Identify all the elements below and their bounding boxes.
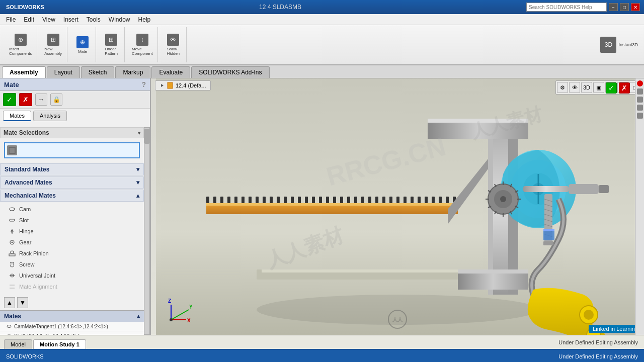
approve-button[interactable]: ✓ [3, 93, 16, 106]
mate-item-slot[interactable]: Slot [0, 215, 144, 226]
tab-assembly[interactable]: Assembly [2, 66, 46, 78]
lock-rotation-button[interactable]: 🔒 [50, 94, 62, 106]
svg-rect-52 [375, 197, 378, 203]
window-title: 12 4 SLDASMB [34, 4, 526, 11]
app-name-status: SOLIDWORKS [6, 353, 44, 359]
scroll-down-button[interactable]: ▼ [17, 297, 28, 308]
selection-icon [7, 145, 17, 155]
menu-view[interactable]: View [38, 15, 59, 24]
selection-input-box[interactable] [4, 142, 140, 158]
mates-list-item-1[interactable]: Slot1 (12.4:1<1>,12.4:10<1>) [0, 331, 144, 335]
toolbar-group-4: ↕ MoveComponent [127, 27, 158, 62]
axes-svg: Y X Z [161, 295, 196, 330]
titlebar: SW SOLIDWORKS 12 4 SLDASMB − □ ✕ [0, 0, 644, 14]
tab-markup[interactable]: Markup [115, 66, 150, 78]
viewport-hide-button[interactable]: 👁 [569, 82, 580, 93]
coordinate-axes: Y X Z [161, 295, 191, 325]
menu-help[interactable]: Help [134, 15, 155, 24]
breadcrumb-text: 12.4 (Defa... [176, 82, 206, 88]
svg-rect-46 [333, 197, 336, 203]
mate-item-screw[interactable]: Screw [0, 259, 144, 270]
advanced-mates-header[interactable]: Advanced Mates ▾ [0, 176, 144, 189]
menu-file[interactable]: File [2, 15, 20, 24]
mechanical-mates-section: Mechanical Mates ▴ Cam Slot [0, 190, 144, 294]
menu-tools[interactable]: Tools [83, 15, 105, 24]
flip-button[interactable]: ↔ [35, 94, 47, 106]
toolbar-insert-components[interactable]: ⊕ InsertComponents [7, 33, 34, 57]
toolbar-move-component[interactable]: ↕ MoveComponent [130, 33, 154, 57]
svg-rect-37 [270, 197, 273, 203]
document-icon [167, 82, 174, 89]
new-assembly-icon: ⊞ [47, 34, 59, 46]
close-button[interactable]: ✕ [631, 3, 640, 11]
svg-rect-27 [206, 203, 458, 206]
linkedin-banner: Linked in Learning [589, 325, 642, 333]
tab-layout[interactable]: Layout [47, 66, 80, 78]
viewport-reject-button[interactable]: ✗ [619, 82, 630, 94]
mate-tabs-area: Mates Analysis [0, 109, 150, 127]
svg-point-118 [170, 318, 173, 321]
search-input[interactable] [526, 3, 607, 12]
svg-rect-44 [319, 197, 322, 203]
svg-rect-49 [354, 197, 357, 203]
right-panel-btn-3[interactable] [637, 97, 643, 103]
viewport: 12.4 (Defa... [151, 78, 644, 335]
viewport-display-button[interactable]: ▣ [593, 82, 604, 93]
mate-item-gear[interactable]: Gear [0, 237, 144, 248]
mates-list-header[interactable]: Mates ▴ [0, 310, 144, 322]
menu-edit[interactable]: Edit [20, 15, 38, 24]
viewport-settings-button[interactable]: ⚙ [557, 82, 568, 93]
mate-item-hinge[interactable]: Hinge [0, 226, 144, 237]
viewport-approve-button[interactable]: ✓ [606, 82, 617, 94]
minimize-button[interactable]: − [609, 3, 618, 11]
panel-help-button[interactable]: ? [141, 80, 146, 88]
svg-rect-79 [523, 186, 569, 192]
toolbar-show-hide[interactable]: 👁 ShowHidden [163, 33, 183, 57]
svg-rect-29 [213, 197, 216, 203]
mate-item-rack-pinion[interactable]: Rack Pinion [0, 248, 144, 259]
face-select-icon [8, 146, 16, 154]
bottom-tabs: Model Motion Study 1 [0, 335, 90, 349]
svg-point-83 [584, 310, 594, 320]
svg-line-112 [171, 310, 189, 320]
svg-rect-9 [9, 254, 15, 256]
tab-addins[interactable]: SOLIDWORKS Add-Ins [191, 66, 269, 78]
tab-sketch[interactable]: Sketch [81, 66, 115, 78]
mechanical-mates-header[interactable]: Mechanical Mates ▴ [0, 190, 144, 202]
right-panel-btn-2[interactable] [637, 88, 643, 95]
scroll-up-button[interactable]: ▲ [4, 297, 15, 308]
restore-button[interactable]: □ [620, 3, 629, 11]
menu-window[interactable]: Window [105, 15, 134, 24]
menu-insert[interactable]: Insert [59, 15, 83, 24]
viewport-3d-button[interactable]: 3D [581, 82, 592, 93]
svg-rect-109 [543, 241, 553, 245]
svg-rect-53 [382, 197, 385, 203]
mates-tab[interactable]: Mates [3, 111, 31, 121]
3d-scene: RRCG.CN 人人素材 人人素材 [151, 78, 644, 335]
analysis-tab[interactable]: Analysis [33, 111, 67, 121]
tab-model[interactable]: Model [4, 339, 32, 349]
right-panel-btn-1[interactable] [637, 80, 643, 86]
right-panel-btn-4[interactable] [637, 105, 643, 111]
svg-rect-33 [242, 197, 245, 203]
mates-list-item-0[interactable]: CamMateTangent1 (12.4:6<1>,12.4:2<1>) [0, 322, 144, 331]
mate-item-cam[interactable]: Cam [0, 204, 144, 215]
tab-motion-study[interactable]: Motion Study 1 [33, 339, 86, 349]
toolbar-mate[interactable]: ⊕ Mate [72, 35, 93, 55]
right-panel-btn-5[interactable] [637, 113, 643, 119]
toolbar-group-2: ⊞ NewAssembly [39, 27, 67, 62]
svg-rect-111 [543, 229, 554, 231]
toolbar-linear-pattern[interactable]: ⊞ LinearPattern [101, 33, 121, 57]
panel-scrollbar[interactable] [144, 127, 150, 335]
toolbar-new-assembly[interactable]: ⊞ NewAssembly [42, 33, 64, 57]
standard-mates-chevron: ▾ [136, 166, 139, 173]
mate-selections-header[interactable]: Mate Selections ▾ [0, 127, 144, 138]
mate-item-universal-joint[interactable]: Universal Joint [0, 270, 144, 281]
tab-evaluate[interactable]: Evaluate [151, 66, 190, 78]
toolbar-instant3d[interactable]: 3D Instant3D [598, 36, 640, 54]
standard-mates-header[interactable]: Standard Mates ▾ [0, 163, 144, 175]
linkedin-label: Linked in Learning [593, 326, 638, 332]
svg-rect-58 [418, 197, 421, 203]
reject-button[interactable]: ✗ [19, 93, 32, 106]
mate-item-mate-alignment[interactable]: Mate Alignment [0, 281, 144, 292]
